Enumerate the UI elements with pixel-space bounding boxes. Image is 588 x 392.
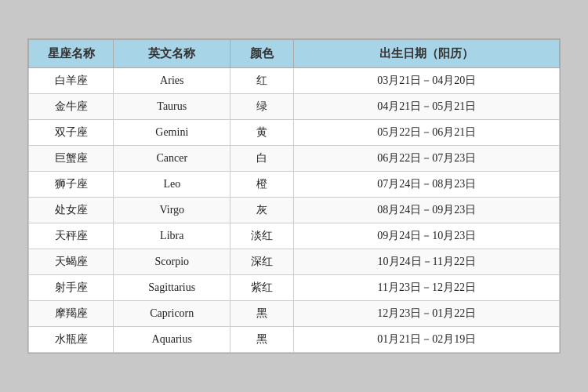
table-row: 摩羯座Capricorn黑12月23日－01月22日 <box>29 301 560 327</box>
cell-color: 紫红 <box>230 275 294 301</box>
cell-color: 绿 <box>230 94 294 120</box>
cell-english: Aries <box>114 68 230 94</box>
cell-chinese: 巨蟹座 <box>29 146 114 172</box>
cell-english: Aquarius <box>114 327 230 353</box>
table-row: 巨蟹座Cancer白06月22日－07月23日 <box>29 146 560 172</box>
cell-chinese: 白羊座 <box>29 68 114 94</box>
table-row: 射手座Sagittarius紫红11月23日－12月22日 <box>29 275 560 301</box>
zodiac-table: 星座名称 英文名称 颜色 出生日期（阳历） 白羊座Aries红03月21日－04… <box>28 39 560 353</box>
cell-chinese: 处女座 <box>29 198 114 223</box>
cell-chinese: 射手座 <box>29 275 114 301</box>
table-row: 双子座Gemini黄05月22日－06月21日 <box>29 120 560 146</box>
cell-english: Sagittarius <box>114 275 230 301</box>
cell-date: 09月24日－10月23日 <box>294 223 560 249</box>
cell-date: 12月23日－01月22日 <box>294 301 560 327</box>
zodiac-table-container: 星座名称 英文名称 颜色 出生日期（阳历） 白羊座Aries红03月21日－04… <box>27 38 561 354</box>
cell-chinese: 金牛座 <box>29 94 114 120</box>
cell-color: 淡红 <box>230 223 294 249</box>
cell-date: 10月24日－11月22日 <box>294 249 560 275</box>
cell-color: 橙 <box>230 172 294 198</box>
cell-english: Scorpio <box>114 249 230 275</box>
cell-date: 07月24日－08月23日 <box>294 172 560 198</box>
cell-chinese: 狮子座 <box>29 172 114 198</box>
cell-chinese: 水瓶座 <box>29 327 114 353</box>
table-row: 水瓶座Aquarius黑01月21日－02月19日 <box>29 327 560 353</box>
table-row: 天蝎座Scorpio深红10月24日－11月22日 <box>29 249 560 275</box>
header-chinese: 星座名称 <box>29 40 114 68</box>
cell-color: 黑 <box>230 327 294 353</box>
cell-english: Capricorn <box>114 301 230 327</box>
cell-color: 红 <box>230 68 294 94</box>
cell-english: Virgo <box>114 198 230 223</box>
cell-color: 黄 <box>230 120 294 146</box>
cell-english: Leo <box>114 172 230 198</box>
table-row: 狮子座Leo橙07月24日－08月23日 <box>29 172 560 198</box>
cell-color: 黑 <box>230 301 294 327</box>
cell-date: 01月21日－02月19日 <box>294 327 560 353</box>
cell-date: 03月21日－04月20日 <box>294 68 560 94</box>
cell-chinese: 双子座 <box>29 120 114 146</box>
cell-english: Taurus <box>114 94 230 120</box>
cell-chinese: 摩羯座 <box>29 301 114 327</box>
header-date: 出生日期（阳历） <box>294 40 560 68</box>
cell-color: 灰 <box>230 198 294 223</box>
header-color: 颜色 <box>230 40 294 68</box>
cell-color: 深红 <box>230 249 294 275</box>
cell-date: 04月21日－05月21日 <box>294 94 560 120</box>
cell-english: Cancer <box>114 146 230 172</box>
header-english: 英文名称 <box>114 40 230 68</box>
cell-english: Gemini <box>114 120 230 146</box>
table-row: 白羊座Aries红03月21日－04月20日 <box>29 68 560 94</box>
cell-date: 11月23日－12月22日 <box>294 275 560 301</box>
cell-chinese: 天秤座 <box>29 223 114 249</box>
table-row: 处女座Virgo灰08月24日－09月23日 <box>29 198 560 223</box>
cell-english: Libra <box>114 223 230 249</box>
table-row: 天秤座Libra淡红09月24日－10月23日 <box>29 223 560 249</box>
table-header-row: 星座名称 英文名称 颜色 出生日期（阳历） <box>29 40 560 68</box>
table-row: 金牛座Taurus绿04月21日－05月21日 <box>29 94 560 120</box>
cell-color: 白 <box>230 146 294 172</box>
cell-date: 06月22日－07月23日 <box>294 146 560 172</box>
cell-chinese: 天蝎座 <box>29 249 114 275</box>
cell-date: 05月22日－06月21日 <box>294 120 560 146</box>
cell-date: 08月24日－09月23日 <box>294 198 560 223</box>
